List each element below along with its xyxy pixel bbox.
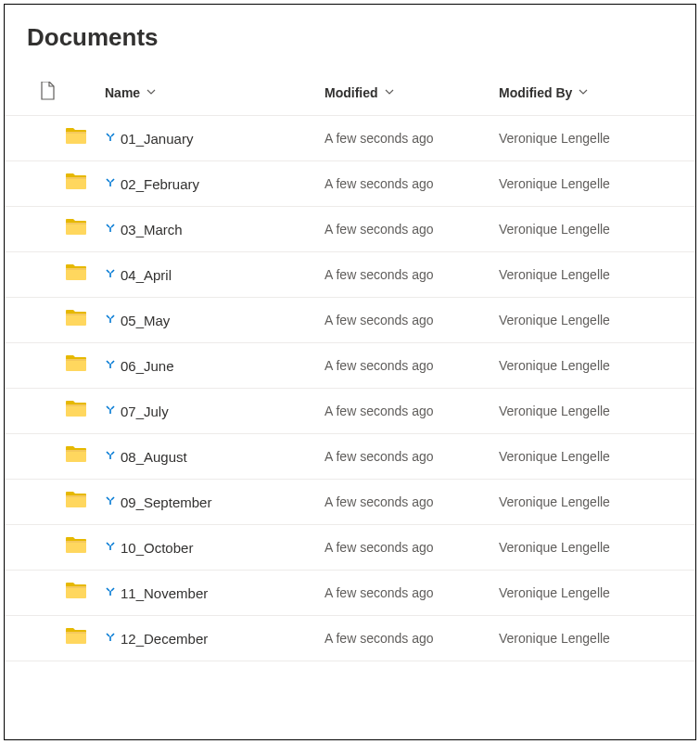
row-icon-cell (5, 128, 90, 148)
chevron-down-icon (384, 85, 395, 100)
table-row[interactable]: 08_AugustA few seconds agoVeronique Leng… (5, 434, 695, 480)
table-row[interactable]: 11_NovemberA few seconds agoVeronique Le… (5, 571, 695, 616)
row-modifiedby-cell: Veronique Lengelle (499, 267, 695, 282)
item-name[interactable]: 10_October (121, 540, 193, 556)
row-name-cell[interactable]: 06_June (90, 357, 325, 374)
column-header-modifiedby[interactable]: Modified By (499, 85, 695, 100)
column-modified-label: Modified (325, 85, 378, 100)
item-name[interactable]: 08_August (121, 449, 187, 465)
folder-icon (66, 128, 86, 148)
item-name[interactable]: 03_March (121, 222, 183, 237)
table-row[interactable]: 07_JulyA few seconds agoVeronique Lengel… (5, 389, 695, 434)
item-modifiedby: Veronique Lengelle (499, 222, 610, 237)
row-modifiedby-cell: Veronique Lengelle (499, 585, 695, 600)
table-row[interactable]: 04_AprilA few seconds agoVeronique Lenge… (5, 252, 695, 298)
row-icon-cell (5, 219, 90, 239)
row-name-cell[interactable]: 11_November (90, 584, 325, 601)
row-modifiedby-cell: Veronique Lengelle (499, 358, 695, 373)
new-item-icon (105, 221, 116, 237)
table-row[interactable]: 09_SeptemberA few seconds agoVeronique L… (5, 480, 695, 525)
svg-line-19 (111, 406, 114, 409)
table-header: Name Modified (5, 71, 695, 116)
row-name-cell[interactable]: 08_August (90, 448, 325, 465)
item-name[interactable]: 07_July (121, 404, 169, 419)
row-icon-cell (5, 310, 90, 330)
row-name-cell[interactable]: 10_October (90, 539, 325, 556)
table-row[interactable]: 05_MayA few seconds agoVeronique Lengell… (5, 298, 695, 343)
row-name-cell[interactable]: 02_February (90, 175, 325, 192)
new-item-icon (105, 584, 116, 601)
svg-line-9 (107, 270, 109, 273)
item-modified: A few seconds ago (325, 494, 434, 509)
svg-line-0 (107, 134, 109, 136)
item-modifiedby: Veronique Lengelle (499, 449, 610, 464)
row-icon-cell (5, 537, 90, 558)
item-modifiedby: Veronique Lengelle (499, 631, 610, 646)
new-item-icon (105, 357, 116, 374)
svg-line-22 (111, 452, 114, 455)
svg-line-6 (107, 224, 109, 227)
item-name[interactable]: 11_November (121, 585, 208, 601)
documents-table: Name Modified (5, 71, 695, 661)
row-name-cell[interactable]: 03_March (90, 221, 325, 237)
svg-line-13 (111, 315, 114, 318)
item-name[interactable]: 12_December (121, 631, 208, 647)
item-name[interactable]: 06_June (121, 358, 174, 374)
item-modifiedby: Veronique Lengelle (499, 494, 610, 509)
item-name[interactable]: 02_February (121, 176, 199, 192)
item-modifiedby: Veronique Lengelle (499, 404, 610, 418)
file-type-icon (40, 82, 55, 104)
item-modified: A few seconds ago (325, 267, 434, 282)
item-modified: A few seconds ago (325, 313, 434, 327)
svg-line-31 (111, 588, 114, 591)
row-name-cell[interactable]: 09_September (90, 494, 325, 510)
svg-line-12 (107, 315, 109, 318)
svg-line-28 (111, 543, 114, 545)
row-name-cell[interactable]: 07_July (90, 403, 325, 419)
item-modified: A few seconds ago (325, 222, 434, 237)
row-name-cell[interactable]: 05_May (90, 312, 325, 328)
row-modified-cell: A few seconds ago (325, 404, 499, 418)
row-modifiedby-cell: Veronique Lengelle (499, 449, 695, 464)
row-modifiedby-cell: Veronique Lengelle (499, 222, 695, 237)
item-name[interactable]: 01_January (121, 131, 193, 147)
item-modified: A few seconds ago (325, 585, 434, 600)
svg-line-27 (107, 543, 109, 545)
svg-line-15 (107, 361, 109, 364)
table-row[interactable]: 10_OctoberA few seconds agoVeronique Len… (5, 525, 695, 571)
folder-icon (66, 401, 86, 421)
svg-line-18 (107, 406, 109, 409)
item-modified: A few seconds ago (325, 631, 434, 646)
table-row[interactable]: 12_DecemberA few seconds agoVeronique Le… (5, 616, 695, 661)
new-item-icon (105, 175, 116, 192)
item-name[interactable]: 04_April (121, 267, 172, 283)
new-item-icon (105, 630, 116, 647)
item-modified: A few seconds ago (325, 131, 434, 146)
row-name-cell[interactable]: 01_January (90, 130, 325, 147)
table-row[interactable]: 02_FebruaryA few seconds agoVeronique Le… (5, 161, 695, 207)
svg-line-33 (107, 634, 109, 636)
table-row[interactable]: 06_JuneA few seconds agoVeronique Lengel… (5, 343, 695, 389)
table-row[interactable]: 03_MarchA few seconds agoVeronique Lenge… (5, 207, 695, 252)
column-header-name[interactable]: Name (90, 85, 325, 100)
row-name-cell[interactable]: 04_April (90, 266, 325, 283)
new-item-icon (105, 130, 116, 147)
item-name[interactable]: 09_September (121, 494, 211, 510)
row-modified-cell: A few seconds ago (325, 631, 499, 646)
svg-line-34 (111, 634, 114, 636)
row-name-cell[interactable]: 12_December (90, 630, 325, 647)
new-item-icon (105, 539, 116, 556)
row-icon-cell (5, 446, 90, 467)
column-type-icon[interactable] (5, 82, 90, 104)
row-icon-cell (5, 355, 90, 376)
row-modified-cell: A few seconds ago (325, 176, 499, 191)
item-name[interactable]: 05_May (121, 313, 170, 328)
svg-line-1 (111, 134, 114, 136)
table-row[interactable]: 01_JanuaryA few seconds agoVeronique Len… (5, 116, 695, 161)
column-header-modified[interactable]: Modified (325, 85, 499, 100)
new-item-icon (105, 403, 116, 419)
item-modifiedby: Veronique Lengelle (499, 313, 610, 327)
item-modifiedby: Veronique Lengelle (499, 585, 610, 600)
svg-line-21 (107, 452, 109, 455)
folder-icon (66, 173, 86, 194)
